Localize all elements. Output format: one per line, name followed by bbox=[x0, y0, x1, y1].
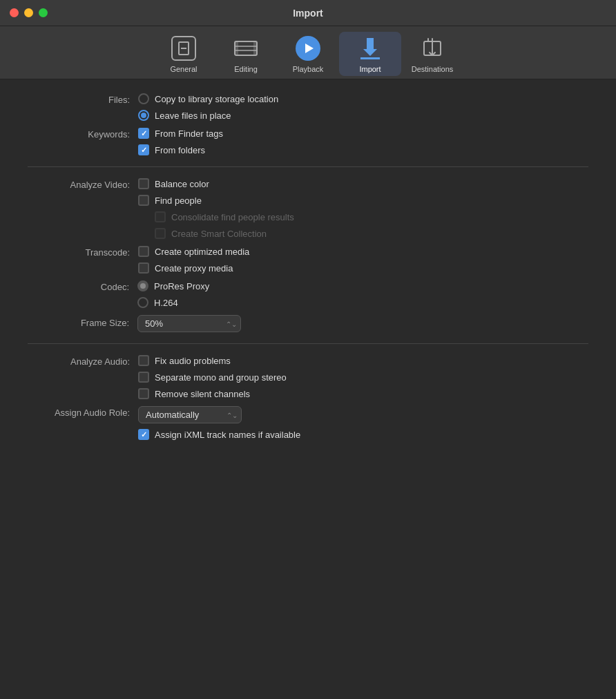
assign-audio-role-select-row: Automatically Dialog Music Effects bbox=[138, 406, 300, 423]
transcode-row: Transcode: Create optimized media Create… bbox=[28, 246, 588, 274]
toolbar: General Editing Playback bbox=[0, 26, 616, 79]
consolidate-find-people-label: Consolidate find people results bbox=[171, 212, 294, 222]
toolbar-item-general[interactable]: General bbox=[153, 32, 215, 76]
import-icon bbox=[356, 35, 384, 62]
analyze-video-row: Analyze Video: Balance color Find people… bbox=[28, 178, 588, 239]
general-icon bbox=[170, 35, 198, 62]
analyze-audio-row: Analyze Audio: Fix audio problems Separa… bbox=[28, 355, 588, 399]
divider-1 bbox=[28, 166, 588, 167]
assign-audio-role-row: Assign Audio Role: Automatically Dialog … bbox=[28, 406, 588, 440]
svg-rect-2 bbox=[253, 41, 257, 55]
toolbar-label-editing: Editing bbox=[234, 65, 258, 73]
find-people-row: Find people bbox=[138, 195, 294, 206]
close-button[interactable] bbox=[10, 8, 19, 17]
analyze-video-controls: Balance color Find people Consolidate fi… bbox=[138, 178, 294, 239]
create-smart-collection-label: Create Smart Collection bbox=[171, 229, 267, 239]
fix-audio-problems-label: Fix audio problems bbox=[155, 356, 231, 366]
remove-silent-channels-label: Remove silent channels bbox=[155, 389, 250, 399]
codec-label: Codec: bbox=[44, 280, 137, 292]
create-proxy-media-label: Create proxy media bbox=[155, 263, 233, 274]
separate-mono-row: Separate mono and group stereo bbox=[138, 372, 287, 383]
files-controls: Copy to library storage location Leave f… bbox=[138, 93, 278, 121]
prores-proxy-radio[interactable] bbox=[137, 280, 148, 291]
keywords-controls: From Finder tags From folders bbox=[138, 128, 223, 155]
consolidate-find-people-row: Consolidate find people results bbox=[138, 211, 294, 222]
from-finder-tags-row: From Finder tags bbox=[138, 128, 223, 139]
transcode-label: Transcode: bbox=[28, 246, 138, 258]
from-folders-row: From folders bbox=[138, 144, 223, 155]
keywords-label: Keywords: bbox=[28, 128, 138, 140]
create-proxy-media-checkbox[interactable] bbox=[138, 262, 149, 274]
from-finder-tags-checkbox[interactable] bbox=[138, 128, 149, 139]
create-smart-collection-checkbox[interactable] bbox=[155, 228, 166, 239]
assign-audio-role-section: Assign Audio Role: Automatically Dialog … bbox=[28, 406, 588, 440]
assign-ixml-row: Assign iXML track names if available bbox=[138, 429, 300, 440]
leave-in-place-row: Leave files in place bbox=[138, 110, 278, 121]
balance-color-row: Balance color bbox=[138, 178, 294, 189]
find-people-label: Find people bbox=[155, 195, 202, 206]
toolbar-item-editing[interactable]: Editing bbox=[215, 32, 277, 76]
copy-to-library-radio[interactable] bbox=[138, 93, 149, 104]
balance-color-checkbox[interactable] bbox=[138, 178, 149, 189]
minimize-button[interactable] bbox=[24, 8, 33, 17]
framesize-select-wrapper: 25% 50% 75% 100% bbox=[137, 315, 241, 332]
toolbar-item-destinations[interactable]: Destinations bbox=[401, 32, 463, 76]
main-content: Files: Copy to library storage location … bbox=[0, 79, 616, 699]
remove-silent-channels-checkbox[interactable] bbox=[138, 388, 149, 399]
toolbar-item-import[interactable]: Import bbox=[339, 32, 401, 76]
transcode-section: Transcode: Create optimized media Create… bbox=[28, 246, 588, 332]
from-folders-checkbox[interactable] bbox=[138, 144, 149, 155]
create-smart-collection-row: Create Smart Collection bbox=[138, 228, 294, 239]
toolbar-item-playback[interactable]: Playback bbox=[277, 32, 339, 76]
analyze-audio-section: Analyze Audio: Fix audio problems Separa… bbox=[28, 355, 588, 399]
remove-silent-channels-row: Remove silent channels bbox=[138, 388, 287, 399]
analyze-video-label: Analyze Video: bbox=[28, 178, 138, 190]
playback-icon bbox=[294, 35, 322, 62]
transcode-controls: Create optimized media Create proxy medi… bbox=[138, 246, 249, 274]
balance-color-label: Balance color bbox=[155, 179, 209, 189]
window-title: Import bbox=[293, 8, 323, 19]
leave-in-place-label: Leave files in place bbox=[155, 111, 231, 121]
assign-ixml-checkbox[interactable] bbox=[138, 429, 149, 440]
create-proxy-media-row: Create proxy media bbox=[138, 262, 249, 274]
from-folders-label: From folders bbox=[155, 145, 205, 155]
toolbar-label-import: Import bbox=[359, 65, 381, 73]
toolbar-label-general: General bbox=[170, 65, 197, 73]
files-label: Files: bbox=[28, 93, 138, 105]
h264-label: H.264 bbox=[154, 298, 178, 308]
toolbar-label-playback: Playback bbox=[293, 65, 324, 73]
codec-row: Codec: ProRes Proxy H.264 bbox=[28, 280, 588, 308]
assign-audio-role-select[interactable]: Automatically Dialog Music Effects bbox=[138, 406, 242, 423]
separate-mono-label: Separate mono and group stereo bbox=[155, 372, 287, 383]
h264-row: H.264 bbox=[137, 297, 209, 308]
codec-controls: ProRes Proxy H.264 bbox=[137, 280, 209, 308]
titlebar: Import bbox=[0, 0, 616, 26]
create-optimized-media-row: Create optimized media bbox=[138, 246, 249, 257]
analyze-audio-controls: Fix audio problems Separate mono and gro… bbox=[138, 355, 287, 399]
create-optimized-media-label: Create optimized media bbox=[155, 247, 249, 257]
editing-icon bbox=[232, 35, 260, 62]
find-people-checkbox[interactable] bbox=[138, 195, 149, 206]
files-section: Files: Copy to library storage location … bbox=[28, 93, 588, 121]
window-buttons bbox=[10, 8, 48, 17]
divider-2 bbox=[28, 343, 588, 344]
prores-proxy-label: ProRes Proxy bbox=[154, 281, 209, 291]
files-row: Files: Copy to library storage location … bbox=[28, 93, 588, 121]
consolidate-find-people-checkbox[interactable] bbox=[155, 211, 166, 222]
fix-audio-problems-checkbox[interactable] bbox=[138, 355, 149, 366]
assign-ixml-label: Assign iXML track names if available bbox=[155, 430, 300, 440]
leave-in-place-radio[interactable] bbox=[138, 110, 149, 121]
prores-proxy-row: ProRes Proxy bbox=[137, 280, 209, 291]
fix-audio-problems-row: Fix audio problems bbox=[138, 355, 287, 366]
maximize-button[interactable] bbox=[39, 8, 48, 17]
separate-mono-checkbox[interactable] bbox=[138, 372, 149, 383]
copy-to-library-row: Copy to library storage location bbox=[138, 93, 278, 104]
keywords-row: Keywords: From Finder tags From folders bbox=[28, 128, 588, 155]
destinations-icon bbox=[418, 35, 446, 62]
analyze-audio-label: Analyze Audio: bbox=[28, 355, 138, 367]
framesize-select[interactable]: 25% 50% 75% 100% bbox=[137, 315, 241, 332]
h264-radio[interactable] bbox=[137, 297, 148, 308]
create-optimized-media-checkbox[interactable] bbox=[138, 246, 149, 257]
svg-rect-1 bbox=[235, 41, 238, 55]
assign-audio-role-label: Assign Audio Role: bbox=[28, 406, 138, 418]
